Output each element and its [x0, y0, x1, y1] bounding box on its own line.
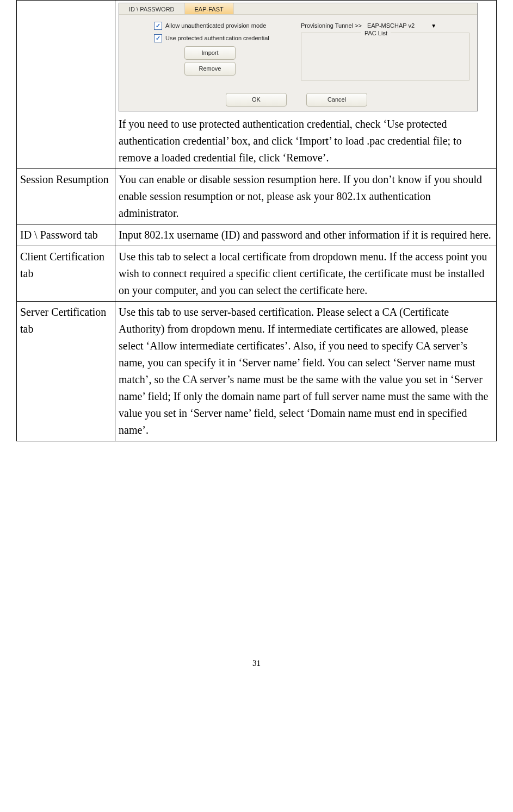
cell-label: Server Certification tab	[17, 302, 115, 441]
remove-button[interactable]: Remove	[184, 62, 236, 76]
table-row: Client Certification tab Use this tab to…	[17, 246, 497, 302]
cell-value: You can enable or disable session resump…	[115, 169, 497, 224]
pac-list-box: PAC List	[301, 33, 469, 80]
table-row: ID \ Password tab Input 802.1x username …	[17, 224, 497, 246]
checkbox-icon: ✓	[154, 34, 162, 42]
description-table: ID \ PASSWORD EAP-FAST ✓ Allow unauthent…	[16, 0, 497, 441]
checkbox-use-protected[interactable]: ✓ Use protected authentication credentia…	[154, 34, 295, 43]
table-row: ID \ PASSWORD EAP-FAST ✓ Allow unauthent…	[17, 1, 497, 169]
page-number: 31	[16, 659, 497, 684]
chevron-down-icon: ▼	[431, 22, 436, 30]
checkbox-icon: ✓	[154, 22, 162, 30]
pac-list-label: PAC List	[361, 29, 391, 38]
table-row: Server Certification tab Use this tab to…	[17, 302, 497, 441]
cell-value: Use this tab to use server-based certifi…	[115, 302, 497, 441]
cell-value-screenshot: ID \ PASSWORD EAP-FAST ✓ Allow unauthent…	[115, 1, 497, 169]
cell-text: If you need to use protected authenticat…	[119, 118, 462, 164]
eap-fast-screenshot: ID \ PASSWORD EAP-FAST ✓ Allow unauthent…	[119, 3, 478, 111]
provisioning-tunnel-label: Provisioning Tunnel >>	[301, 21, 362, 30]
screenshot-tabs: ID \ PASSWORD EAP-FAST	[119, 3, 477, 15]
checkbox-label: Use protected authentication credential	[165, 34, 269, 43]
cell-value: Input 802.1x username (ID) and password …	[115, 224, 497, 246]
tab-id-password[interactable]: ID \ PASSWORD	[119, 3, 185, 14]
import-button[interactable]: Import	[184, 46, 236, 60]
cell-label: ID \ Password tab	[17, 224, 115, 246]
tab-eap-fast[interactable]: EAP-FAST	[185, 3, 234, 14]
checkbox-allow-unauth[interactable]: ✓ Allow unauthenticated provision mode	[154, 21, 295, 30]
checkbox-label: Allow unauthenticated provision mode	[165, 21, 266, 30]
table-row: Session Resumption You can enable or dis…	[17, 169, 497, 224]
cell-value: Use this tab to select a local certifica…	[115, 246, 497, 302]
cancel-button[interactable]: Cancel	[306, 93, 367, 107]
cell-label: Client Certification tab	[17, 246, 115, 302]
ok-button[interactable]: OK	[226, 93, 287, 107]
cell-label-empty	[17, 1, 115, 169]
cell-label: Session Resumption	[17, 169, 115, 224]
